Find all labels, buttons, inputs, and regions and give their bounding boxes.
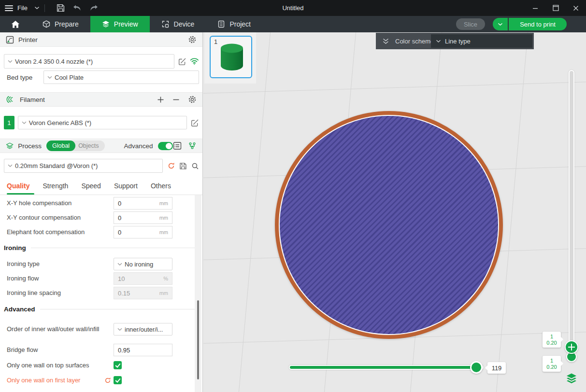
app-window: File Untitled	[0, 0, 586, 392]
tab-quality[interactable]: Quality	[7, 182, 29, 190]
tab-preview[interactable]: Preview	[90, 16, 150, 32]
reset-setting-icon[interactable]	[104, 377, 111, 384]
wifi-connected-icon[interactable]	[190, 57, 199, 65]
process-preset-select[interactable]: 0.20mm Standard @Voron (*)	[4, 159, 163, 173]
filament-section-header: Filament	[0, 92, 202, 107]
slice-button[interactable]: Slice	[456, 18, 485, 30]
collapse-double-chevron-icon[interactable]	[382, 38, 389, 44]
chevron-down-icon	[22, 121, 27, 125]
xy-hole-input[interactable]: 0 mm	[114, 197, 172, 210]
param-row-wall-order: Order of inner wall/outer wall/infill in…	[0, 318, 203, 341]
param-label: X-Y contour compensation	[7, 214, 103, 222]
save-preset-icon[interactable]	[179, 162, 187, 170]
redo-icon	[89, 5, 98, 11]
moves-slider-track[interactable]	[289, 365, 484, 370]
maximize-icon	[553, 5, 559, 11]
save-button[interactable]	[53, 0, 69, 16]
send-to-print-button[interactable]: Send to print	[509, 18, 567, 30]
one-wall-top-checkbox[interactable]	[114, 361, 122, 369]
tab-home[interactable]	[0, 16, 31, 32]
undo-icon	[73, 5, 82, 11]
minimize-button[interactable]	[525, 0, 545, 16]
filament-preset-select[interactable]: Voron Generic ABS (*)	[18, 116, 187, 129]
one-wall-first-checkbox[interactable]	[114, 376, 122, 384]
moves-slider-handle[interactable]	[470, 361, 483, 374]
input-unit: mm	[159, 200, 168, 206]
send-options-button[interactable]	[493, 18, 509, 30]
printer-preset-select[interactable]: Voron 2.4 350 0.4 nozzle (*)	[4, 54, 174, 69]
search-parameters-icon[interactable]	[191, 162, 199, 170]
wall-order-select[interactable]: inner/outer/i...	[114, 323, 172, 336]
tab-speed[interactable]: Speed	[81, 182, 100, 190]
edit-filament-icon[interactable]	[191, 119, 199, 127]
layer-upper-height: 0.20	[546, 340, 557, 346]
printer-section-header: Printer	[0, 32, 202, 47]
tab-device[interactable]: Device	[150, 16, 206, 32]
scope-objects-button[interactable]: Objects	[75, 142, 104, 149]
elephant-foot-input[interactable]: 0 mm	[114, 226, 172, 238]
sidebar-scrollbar-thumb[interactable]	[197, 300, 199, 379]
remove-filament-icon[interactable]	[172, 96, 180, 103]
line-type-select[interactable]: Line type	[431, 34, 532, 48]
input-value: 0.95	[118, 347, 130, 354]
tab-strength[interactable]: Strength	[43, 182, 68, 190]
tab-preview-label: Preview	[114, 20, 138, 28]
tab-support[interactable]: Support	[114, 182, 138, 190]
bridge-flow-input[interactable]: 0.95	[114, 344, 172, 356]
filament-slot-badge[interactable]: 1	[4, 116, 14, 129]
filament-settings-gear-icon[interactable]	[188, 95, 197, 104]
xy-contour-input[interactable]: 0 mm	[114, 211, 172, 224]
input-value: 0.15	[118, 290, 130, 297]
tab-prepare[interactable]: Prepare	[31, 16, 90, 32]
param-label: X-Y hole compensation	[7, 199, 103, 207]
color-scheme-label: Color scheme	[395, 38, 434, 45]
sliced-object-infill	[280, 116, 498, 334]
param-label: Only one wall on top surfaces	[7, 362, 103, 369]
layer-slider-track[interactable]	[569, 70, 574, 360]
ironing-line-spacing-input: 0.15 mm	[114, 287, 172, 299]
layer-view-button[interactable]	[565, 372, 578, 385]
layer-lower-number: 1	[550, 358, 553, 364]
sidebar-scrollbar-track[interactable]	[195, 195, 201, 392]
maximize-button[interactable]	[545, 0, 566, 16]
layer-lower-height: 0.20	[546, 364, 557, 370]
process-tab-bar: Quality Strength Speed Support Others	[0, 177, 202, 195]
layers-stack-icon	[565, 372, 578, 385]
redo-button[interactable]	[86, 0, 102, 16]
scope-global-button[interactable]: Global	[46, 140, 75, 151]
title-bar: File Untitled	[0, 0, 586, 16]
quality-parameters-panel: X-Y hole compensation 0 mm X-Y contour c…	[0, 195, 203, 392]
grid-line	[203, 82, 586, 94]
sliced-object-outer-wall[interactable]	[275, 111, 503, 339]
input-unit: mm	[159, 290, 168, 296]
advanced-toggle-switch[interactable]	[158, 142, 173, 150]
parameter-list-icon[interactable]	[173, 141, 182, 150]
file-menu-button[interactable]: File	[5, 0, 40, 16]
param-row-xy-contour: X-Y contour compensation 0 mm	[0, 210, 203, 225]
undo-button[interactable]	[69, 0, 86, 16]
printer-settings-gear-icon[interactable]	[188, 35, 197, 44]
param-row-one-wall-first: Only one wall on first layer	[0, 374, 203, 387]
printer-section-title: Printer	[18, 36, 38, 43]
printer-icon	[6, 36, 14, 44]
preview-3d-viewport[interactable]: 1 Color scheme	[203, 32, 586, 392]
cylinder-object-preview	[219, 42, 245, 72]
layer-slider-upper-handle[interactable]	[565, 340, 578, 354]
project-document-icon	[217, 20, 225, 28]
param-label: Only one wall on first layer	[7, 377, 103, 384]
bed-type-select[interactable]: Cool Plate	[43, 70, 199, 84]
tab-others[interactable]: Others	[151, 182, 171, 190]
section-title: Ironing	[4, 244, 26, 252]
edit-printer-icon[interactable]	[178, 57, 186, 66]
plate-thumbnail[interactable]: 1	[210, 36, 252, 78]
param-label: Bridge flow	[7, 346, 103, 354]
tab-project[interactable]: Project	[206, 16, 262, 32]
tab-project-label: Project	[229, 20, 251, 28]
add-filament-icon[interactable]	[157, 96, 164, 103]
tune-parameters-icon[interactable]	[188, 141, 197, 150]
chevron-down-icon	[8, 60, 13, 63]
chevron-down-icon	[436, 40, 441, 43]
close-button[interactable]	[566, 0, 586, 16]
ironing-type-select[interactable]: No ironing	[114, 258, 172, 270]
reset-process-icon[interactable]	[168, 162, 175, 169]
